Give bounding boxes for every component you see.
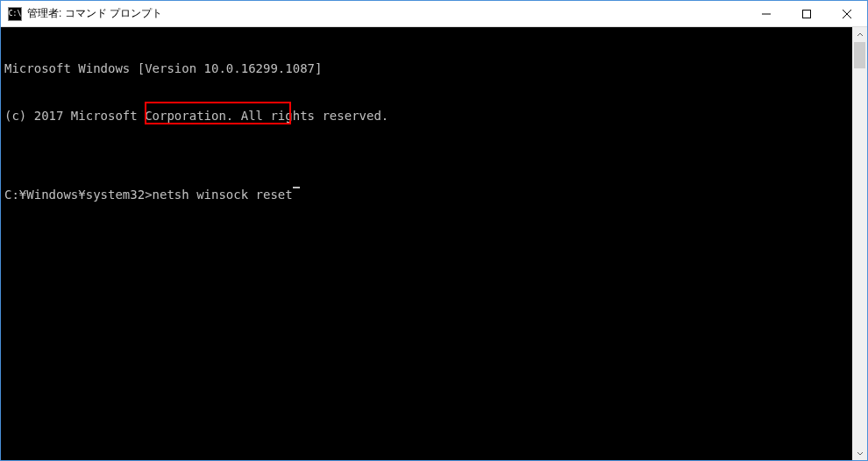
maximize-icon <box>802 10 811 18</box>
minimize-button[interactable] <box>746 1 786 26</box>
scroll-down-button[interactable] <box>852 445 867 460</box>
vertical-scrollbar[interactable] <box>852 27 867 460</box>
window-titlebar: C:\ 管理者: コマンド プロンプト <box>1 1 867 27</box>
app-icon: C:\ <box>8 7 22 21</box>
window-title: 管理者: コマンド プロンプト <box>27 6 746 21</box>
terminal-content[interactable]: Microsoft Windows [Version 10.0.16299.10… <box>1 27 852 460</box>
chevron-down-icon <box>857 450 864 457</box>
scrollbar-track[interactable] <box>852 42 867 445</box>
minimize-icon <box>762 10 771 18</box>
command-text: netsh winsock reset <box>153 187 293 202</box>
prompt-path: C:¥Windows¥system32> <box>4 187 153 202</box>
window-controls <box>746 1 867 26</box>
scroll-up-button[interactable] <box>852 27 867 42</box>
scrollbar-thumb[interactable] <box>854 42 865 68</box>
svg-rect-1 <box>803 10 811 18</box>
close-icon <box>843 10 851 18</box>
maximize-button[interactable] <box>786 1 827 26</box>
prompt-line: C:¥Windows¥system32>netsh winsock reset <box>4 187 849 202</box>
version-line: Microsoft Windows [Version 10.0.16299.10… <box>4 60 849 76</box>
app-icon-text: C:\ <box>9 10 21 18</box>
copyright-line: (c) 2017 Microsoft Corporation. All righ… <box>4 108 849 124</box>
terminal-area: Microsoft Windows [Version 10.0.16299.10… <box>1 27 867 460</box>
chevron-up-icon <box>857 32 864 39</box>
close-button[interactable] <box>827 1 867 26</box>
cursor-icon <box>293 187 300 188</box>
